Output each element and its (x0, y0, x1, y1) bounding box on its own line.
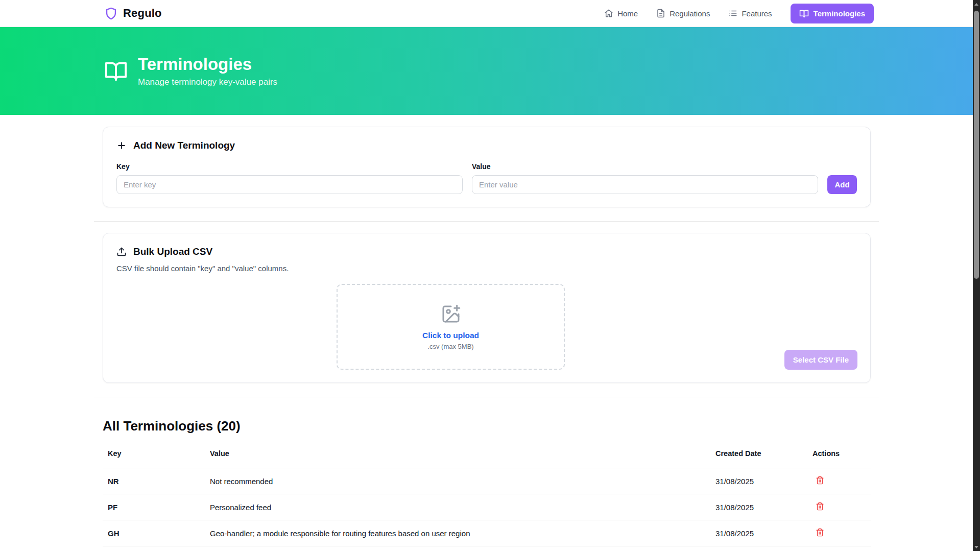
cell-value: Personalized feed (205, 494, 710, 520)
nav-item-label: Features (742, 9, 772, 18)
nav-item-regulations[interactable]: Regulations (656, 9, 710, 18)
section-divider (94, 221, 879, 222)
page-title: Terminologies (138, 55, 277, 74)
bulk-upload-card: Bulk Upload CSV CSV file should contain … (103, 233, 871, 383)
cell-created-date: 31/08/2025 (710, 468, 807, 494)
main-nav: Home Regulations Features (604, 4, 874, 23)
nav-item-home[interactable]: Home (604, 9, 638, 18)
upload-icon (116, 247, 127, 257)
cell-created-date: 31/08/2025 (710, 520, 807, 546)
book-open-icon (104, 59, 128, 83)
nav-item-label: Terminologies (814, 9, 865, 18)
value-label: Value (472, 162, 818, 171)
shield-icon (104, 7, 118, 20)
add-terminology-card: Add New Terminology Key Value Add (103, 127, 871, 207)
csv-dropzone[interactable]: Click to upload .csv (max 5MB) (337, 284, 565, 370)
hero-banner: Terminologies Manage terminology key-val… (0, 27, 980, 115)
delete-button[interactable] (812, 476, 824, 485)
nav-item-label: Home (617, 9, 638, 18)
list-icon (728, 9, 737, 18)
value-input[interactable] (472, 175, 818, 194)
key-input[interactable] (116, 175, 463, 194)
brand-name: Regulo (123, 7, 162, 20)
cell-value: Geo-handler; a module responsible for ro… (205, 520, 710, 546)
page-subtitle: Manage terminology key-value pairs (138, 77, 277, 87)
table-row: NR Not recommended 31/08/2025 (103, 468, 871, 494)
cell-key: PF (103, 494, 205, 520)
trash-icon (816, 502, 824, 511)
cell-key: NR (103, 468, 205, 494)
cell-created-date: 31/08/2025 (710, 494, 807, 520)
file-hint: .csv (max 5MB) (427, 343, 473, 350)
table-row: GH Geo-handler; a module responsible for… (103, 520, 871, 546)
top-navbar: Regulo Home Regulations (0, 0, 980, 27)
scrollbar-down-arrow[interactable] (973, 543, 980, 551)
main-content: Add New Terminology Key Value Add Bulk U… (103, 127, 871, 546)
bulk-upload-title: Bulk Upload CSV (133, 246, 212, 257)
section-divider (94, 397, 879, 397)
header-created-date: Created Date (710, 446, 807, 468)
bulk-upload-description: CSV file should contain "key" and "value… (116, 264, 857, 273)
file-text-icon (656, 9, 665, 18)
select-csv-file-button[interactable]: Select CSV File (784, 350, 857, 370)
plus-icon (116, 140, 127, 151)
home-icon (604, 9, 613, 18)
key-field-group: Key (116, 162, 463, 194)
nav-item-label: Regulations (670, 9, 710, 18)
add-terminology-title: Add New Terminology (133, 140, 235, 151)
nav-item-features[interactable]: Features (728, 9, 772, 18)
nav-item-terminologies-active[interactable]: Terminologies (791, 4, 874, 23)
value-field-group: Value (472, 162, 818, 194)
page-scrollbar[interactable] (973, 0, 980, 551)
delete-button[interactable] (812, 502, 824, 511)
image-plus-icon (441, 304, 461, 324)
brand[interactable]: Regulo (104, 7, 162, 20)
header-actions: Actions (807, 446, 871, 468)
click-to-upload-link[interactable]: Click to upload (422, 331, 479, 340)
table-header-row: Key Value Created Date Actions (103, 446, 871, 468)
trash-icon (816, 476, 824, 485)
header-key: Key (103, 446, 205, 468)
scrollbar-up-arrow[interactable] (973, 0, 980, 8)
table-row: PF Personalized feed 31/08/2025 (103, 494, 871, 520)
delete-button[interactable] (812, 528, 824, 537)
key-label: Key (116, 162, 463, 171)
trash-icon (816, 528, 824, 537)
scrollbar-thumb[interactable] (974, 11, 979, 279)
terminologies-table: Key Value Created Date Actions NR Not re… (103, 446, 871, 546)
cell-value: Not recommended (205, 468, 710, 494)
header-value: Value (205, 446, 710, 468)
cell-key: GH (103, 520, 205, 546)
add-button[interactable]: Add (827, 175, 857, 194)
book-open-icon (799, 9, 809, 18)
terminologies-list-title: All Terminologies (20) (103, 418, 871, 434)
